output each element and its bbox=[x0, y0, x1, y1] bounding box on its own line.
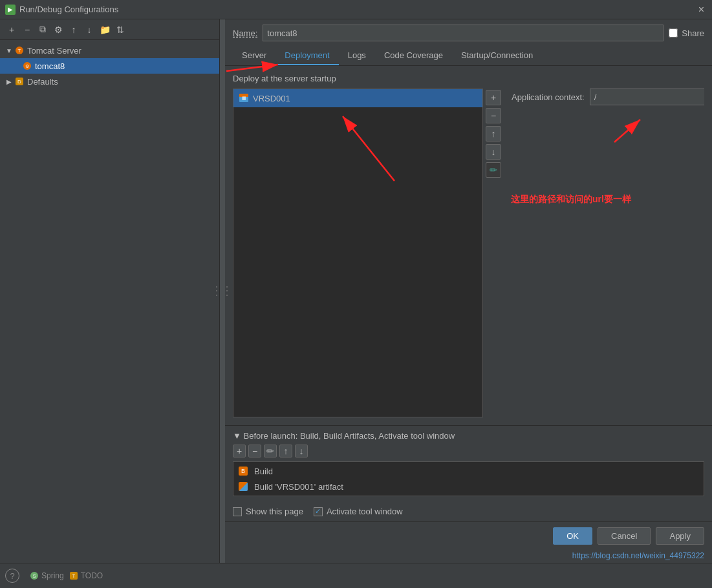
status-items: S Spring T TODO bbox=[25, 569, 108, 583]
before-launch-item-build[interactable]: B Build bbox=[235, 463, 702, 479]
left-toolbar: + − ⧉ ⚙ ↑ ↓ 📁 ⇅ bbox=[0, 19, 219, 40]
apply-button[interactable]: Apply bbox=[656, 527, 704, 545]
tree-item-tomcat8[interactable]: ⚙ tomcat8 bbox=[0, 58, 219, 74]
deploy-area: ▦ VRSD001 + − ↑ ↓ ✏ bbox=[233, 89, 704, 417]
cancel-button[interactable]: Cancel bbox=[598, 527, 651, 545]
build-artifact-label: Build 'VRSD001' artifact bbox=[254, 482, 343, 492]
sort-config-button[interactable]: ⇅ bbox=[114, 23, 127, 36]
defaults-icon: D bbox=[14, 76, 25, 87]
bottom-options: Show this page ✓ Activate tool window bbox=[225, 501, 712, 521]
move-down-config-button[interactable]: ↓ bbox=[83, 23, 96, 36]
deploy-add-button[interactable]: + bbox=[486, 90, 501, 105]
move-up-config-button[interactable]: ↑ bbox=[67, 23, 80, 36]
app-context-panel: Application context: ▼ bbox=[504, 89, 704, 417]
name-label: Name: bbox=[233, 28, 257, 38]
defaults-arrow: ▶ bbox=[5, 78, 13, 85]
copy-config-button[interactable]: ⧉ bbox=[36, 23, 49, 36]
todo-label: TODO bbox=[81, 571, 103, 580]
before-launch-title: ▼ Before launch: Build, Build Artifacts,… bbox=[233, 431, 455, 441]
tomcat8-label: tomcat8 bbox=[35, 61, 65, 71]
todo-status[interactable]: T TODO bbox=[69, 571, 103, 580]
before-launch-header[interactable]: ▼ Before launch: Build, Build Artifacts,… bbox=[233, 431, 704, 441]
tab-logs[interactable]: Logs bbox=[339, 47, 375, 65]
vrsd001-label: VRSD001 bbox=[253, 94, 290, 103]
tree-item-tomcat-server-group[interactable]: ▼ T Tomcat Server bbox=[0, 43, 219, 58]
todo-icon: T bbox=[69, 571, 78, 580]
deploy-edit-button[interactable]: ✏ bbox=[486, 162, 501, 178]
add-config-button[interactable]: + bbox=[5, 23, 18, 36]
before-launch-down-button[interactable]: ↓ bbox=[295, 445, 308, 457]
tomcat8-icon: ⚙ bbox=[22, 61, 32, 71]
remove-config-button[interactable]: − bbox=[21, 23, 34, 36]
right-panel: Name: Share Server Deployment Logs Code … bbox=[225, 19, 712, 563]
svg-text:T: T bbox=[72, 574, 76, 578]
footer-buttons: OK Cancel Apply bbox=[225, 522, 712, 550]
before-launch-remove-button[interactable]: − bbox=[248, 445, 261, 457]
tomcat-server-arrow: ▼ bbox=[5, 47, 13, 54]
ok-button[interactable]: OK bbox=[553, 527, 592, 545]
svg-text:D: D bbox=[17, 79, 21, 85]
window-icon: ▶ bbox=[5, 5, 16, 15]
activate-tool-window-checkbox[interactable]: ✓ bbox=[314, 507, 323, 516]
spring-status[interactable]: S Spring bbox=[30, 571, 64, 580]
tab-deployment[interactable]: Deployment bbox=[275, 47, 338, 65]
title-bar: ▶ Run/Debug Configurations × bbox=[0, 0, 712, 19]
deploy-remove-button[interactable]: − bbox=[486, 108, 501, 123]
before-launch-toolbar: + − ✏ ↑ ↓ bbox=[233, 445, 704, 457]
name-input[interactable] bbox=[263, 25, 663, 41]
deploy-up-button[interactable]: ↑ bbox=[486, 126, 501, 142]
app-context-label: Application context: bbox=[512, 92, 585, 102]
csdn-link[interactable]: https://blog.csdn.net/weixin_44975322 bbox=[572, 551, 704, 560]
url-bar: https://blog.csdn.net/weixin_44975322 bbox=[225, 550, 712, 563]
deployment-tab-content: Deploy at the server startup ▦ bbox=[225, 66, 712, 425]
show-this-page-label: Show this page bbox=[246, 507, 303, 516]
activate-tool-window-option: ✓ Activate tool window bbox=[314, 507, 403, 516]
before-launch-section: ▼ Before launch: Build, Build Artifacts,… bbox=[225, 425, 712, 501]
vrsd001-icon: ▦ bbox=[239, 93, 249, 103]
folder-config-button[interactable]: 📁 bbox=[98, 23, 111, 36]
run-debug-configurations-window: ▶ Run/Debug Configurations × + − ⧉ ⚙ ↑ ↓… bbox=[0, 0, 712, 588]
before-launch-up-button[interactable]: ↑ bbox=[279, 445, 292, 457]
tomcat-server-icon: T bbox=[14, 45, 25, 56]
close-button[interactable]: × bbox=[696, 4, 707, 16]
app-context-row: Application context: ▼ bbox=[512, 89, 704, 105]
main-content: + − ⧉ ⚙ ↑ ↓ 📁 ⇅ ▼ T bbox=[0, 19, 712, 563]
deploy-item-vrsd001[interactable]: ▦ VRSD001 bbox=[233, 89, 482, 107]
share-checkbox[interactable] bbox=[669, 28, 678, 37]
settings-config-button[interactable]: ⚙ bbox=[52, 23, 65, 36]
left-help: ? bbox=[0, 563, 25, 588]
deploy-list: ▦ VRSD001 bbox=[233, 89, 483, 417]
resize-dots: ⋮⋮ bbox=[212, 284, 233, 299]
name-row: Name: Share bbox=[225, 19, 712, 47]
svg-text:▦: ▦ bbox=[242, 96, 246, 100]
tomcat-server-label: Tomcat Server bbox=[27, 46, 81, 56]
config-tree: ▼ T Tomcat Server ⚙ bbox=[0, 40, 219, 563]
window-title: Run/Debug Configurations bbox=[19, 5, 696, 14]
svg-text:S: S bbox=[33, 574, 36, 578]
tab-code-coverage[interactable]: Code Coverage bbox=[375, 47, 452, 65]
tab-startup-connection[interactable]: Startup/Connection bbox=[452, 47, 542, 65]
share-row: Share bbox=[669, 28, 704, 38]
help-button[interactable]: ? bbox=[5, 569, 19, 583]
before-launch-item-build-artifact[interactable]: Build 'VRSD001' artifact bbox=[235, 479, 702, 494]
before-launch-list: B Build Build 'VRSD001' artifact bbox=[233, 461, 704, 496]
before-launch-add-button[interactable]: + bbox=[233, 445, 246, 457]
before-launch-edit-button[interactable]: ✏ bbox=[264, 445, 277, 457]
tomcat8-arrow-spacer bbox=[5, 62, 21, 70]
svg-text:⚙: ⚙ bbox=[25, 64, 29, 68]
svg-text:T: T bbox=[18, 48, 21, 54]
spring-icon: S bbox=[30, 571, 39, 580]
share-label: Share bbox=[682, 28, 704, 38]
tree-item-defaults[interactable]: ▶ D Defaults bbox=[0, 74, 219, 89]
deploy-side-buttons: + − ↑ ↓ ✏ bbox=[486, 89, 501, 417]
left-panel: + − ⧉ ⚙ ↑ ↓ 📁 ⇅ ▼ T bbox=[0, 19, 220, 563]
deploy-down-button[interactable]: ↓ bbox=[486, 144, 501, 160]
spring-label: Spring bbox=[41, 571, 64, 580]
show-this-page-checkbox[interactable] bbox=[233, 507, 242, 516]
status-bar: ? S Spring T TODO bbox=[0, 563, 712, 588]
resize-handle[interactable]: ⋮⋮ bbox=[220, 19, 225, 563]
tab-server[interactable]: Server bbox=[233, 47, 275, 65]
footer: OK Cancel Apply https://blog.csdn.net/we… bbox=[225, 521, 712, 563]
build-label: Build bbox=[254, 467, 273, 476]
app-context-input[interactable] bbox=[590, 89, 704, 105]
